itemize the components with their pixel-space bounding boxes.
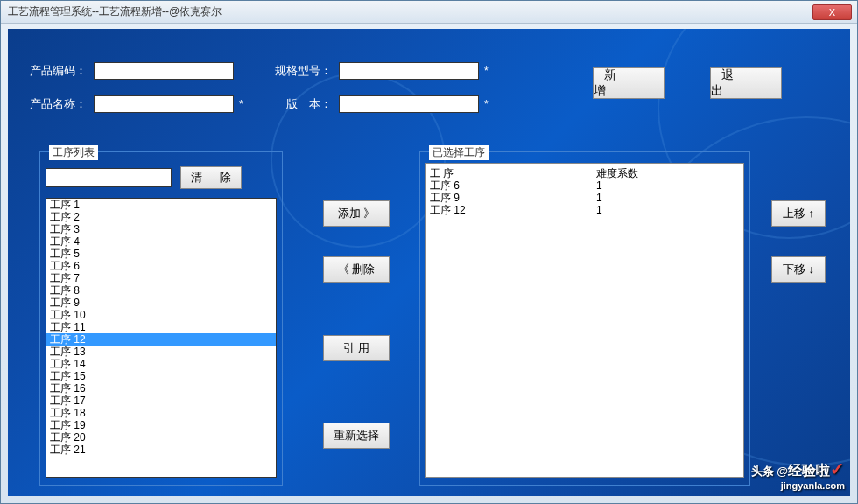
product-name-label: 产品名称： xyxy=(25,96,87,112)
list-item[interactable]: 工序 18 xyxy=(46,407,276,419)
list-item[interactable]: 工序 2 xyxy=(46,211,276,223)
required-star: * xyxy=(484,98,489,110)
exit-button[interactable]: 退 出 xyxy=(710,67,782,99)
watermark-sub: jingyanla.com xyxy=(751,480,845,491)
process-list-title: 工序列表 xyxy=(49,145,98,160)
list-item[interactable]: 工序 12 xyxy=(46,333,276,346)
selected-listbox[interactable]: 工 序难度系数工序 61工序 91工序 121 xyxy=(425,163,744,478)
selected-header: 工 序难度系数 xyxy=(430,167,740,179)
list-item[interactable]: 工序 16 xyxy=(46,382,276,395)
list-item[interactable]: 工序 20 xyxy=(46,431,276,444)
reference-button[interactable]: 引 用 xyxy=(323,335,390,361)
selected-row[interactable]: 工序 121 xyxy=(430,204,740,216)
list-item[interactable]: 工序 13 xyxy=(46,346,276,358)
form-row-product-code: 产品编码： xyxy=(25,62,234,80)
content-area: 产品编码： 规格型号： * 产品名称： * 版 本： * 新 增 退 出 工序列… xyxy=(8,29,850,496)
selected-row[interactable]: 工序 61 xyxy=(430,179,740,192)
list-item[interactable]: 工序 17 xyxy=(46,395,276,407)
list-item[interactable]: 工序 7 xyxy=(46,272,276,284)
watermark-main: 经验啦 xyxy=(788,463,830,478)
watermark-prefix: 头条 @ xyxy=(751,465,788,478)
titlebar: 工艺流程管理系统--工艺流程新增--@依克赛尔 X xyxy=(1,1,857,24)
header-col1: 工 序 xyxy=(430,167,596,179)
list-item[interactable]: 工序 6 xyxy=(46,260,276,272)
check-icon: ✓ xyxy=(830,459,845,479)
product-code-label: 产品编码： xyxy=(25,63,87,79)
form-row-product-name: 产品名称： * xyxy=(25,95,243,113)
list-item[interactable]: 工序 10 xyxy=(46,309,276,321)
list-item[interactable]: 工序 11 xyxy=(46,321,276,333)
move-up-button[interactable]: 上移 ↑ xyxy=(771,200,826,227)
add-button[interactable]: 添加 》 xyxy=(323,200,390,227)
selected-list-group: 已选择工序 工 序难度系数工序 61工序 91工序 121 xyxy=(419,151,750,486)
spec-label: 规格型号： xyxy=(271,63,332,79)
product-code-input[interactable] xyxy=(94,62,234,80)
window-title: 工艺流程管理系统--工艺流程新增--@依克赛尔 xyxy=(8,4,222,19)
form-row-version: 版 本： * xyxy=(271,95,489,113)
required-star: * xyxy=(239,98,243,110)
main-window: 工艺流程管理系统--工艺流程新增--@依克赛尔 X 产品编码： 规格型号： * … xyxy=(0,0,858,504)
list-item[interactable]: 工序 5 xyxy=(46,248,276,260)
list-item[interactable]: 工序 14 xyxy=(46,358,276,370)
spec-input[interactable] xyxy=(339,62,479,80)
list-item[interactable]: 工序 8 xyxy=(46,284,276,297)
clear-button[interactable]: 清 除 xyxy=(180,166,242,189)
add-new-button[interactable]: 新 增 xyxy=(593,67,665,99)
selected-list-title: 已选择工序 xyxy=(429,145,489,160)
form-row-spec: 规格型号： * xyxy=(271,62,489,80)
reselect-button[interactable]: 重新选择 xyxy=(323,423,390,449)
list-item[interactable]: 工序 15 xyxy=(46,370,276,382)
required-star: * xyxy=(484,65,489,77)
watermark: 头条 @经验啦✓ jingyanla.com xyxy=(751,458,845,491)
remove-button[interactable]: 《 删除 xyxy=(323,256,390,283)
version-label: 版 本： xyxy=(271,96,332,112)
process-list-group: 工序列表 清 除 工序 1工序 2工序 3工序 4工序 5工序 6工序 7工序 … xyxy=(39,151,283,486)
list-item[interactable]: 工序 21 xyxy=(46,444,276,456)
filter-input[interactable] xyxy=(46,168,172,187)
selected-row[interactable]: 工序 91 xyxy=(430,192,740,204)
process-listbox[interactable]: 工序 1工序 2工序 3工序 4工序 5工序 6工序 7工序 8工序 9工序 1… xyxy=(46,198,277,478)
list-item[interactable]: 工序 3 xyxy=(46,223,276,235)
move-down-button[interactable]: 下移 ↓ xyxy=(771,256,826,283)
list-item[interactable]: 工序 1 xyxy=(46,199,276,211)
version-input[interactable] xyxy=(339,95,479,113)
list-item[interactable]: 工序 19 xyxy=(46,419,276,431)
list-item[interactable]: 工序 9 xyxy=(46,297,276,309)
list-item[interactable]: 工序 4 xyxy=(46,235,276,248)
product-name-input[interactable] xyxy=(94,95,234,113)
header-col2: 难度系数 xyxy=(596,167,740,179)
close-button[interactable]: X xyxy=(812,4,852,20)
